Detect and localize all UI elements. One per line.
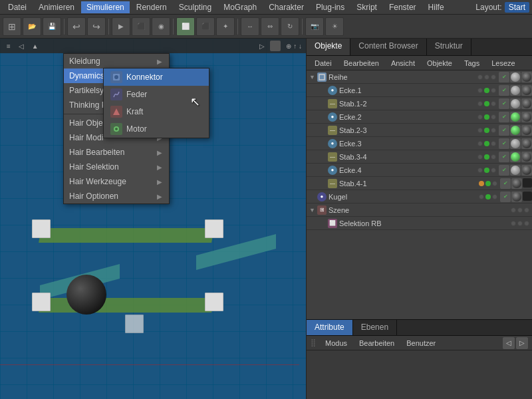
dot2[interactable]: [484, 101, 489, 106]
check-icon[interactable]: ✔: [499, 152, 509, 162]
toolbar-edge-mode[interactable]: ✦: [216, 17, 235, 36]
bmenu-benutzer[interactable]: Benutzer: [401, 338, 441, 348]
dot3[interactable]: [492, 181, 497, 186]
toolbar-open[interactable]: 📂: [23, 17, 41, 36]
toolbar-render-active[interactable]: ◉: [152, 17, 170, 36]
list-item-stab23[interactable]: — Stab.2-3 ✔: [307, 124, 532, 137]
check-icon[interactable]: ✔: [499, 165, 509, 176]
menu-item-hair-werkzeuge[interactable]: Hair Werkzeuge ▶: [64, 174, 169, 189]
toolbar-undo[interactable]: ↩: [67, 17, 86, 36]
sub-item-feder[interactable]: Feder: [104, 86, 209, 103]
sub-item-kraft[interactable]: Kraft: [104, 103, 209, 120]
dot2[interactable]: [484, 128, 489, 133]
menu-sculpting[interactable]: Sculpting: [174, 1, 217, 13]
menu-rendern[interactable]: Rendern: [131, 1, 172, 13]
list-item-kugel[interactable]: ● Kugel ✔: [307, 190, 532, 203]
dot3[interactable]: [491, 128, 496, 133]
check-icon[interactable]: ✔: [499, 72, 509, 82]
list-item-selektion[interactable]: ⬜ Selektion RB: [307, 217, 532, 230]
dot1[interactable]: [511, 207, 516, 213]
list-item-ecke2[interactable]: ● Ecke.2 ✔: [307, 110, 532, 124]
dot2[interactable]: [484, 114, 489, 120]
check-icon[interactable]: ✔: [500, 178, 511, 189]
menu-animieren[interactable]: Animieren: [33, 1, 80, 13]
dot3[interactable]: [491, 154, 496, 160]
check-icon[interactable]: ✔: [499, 98, 509, 109]
menu-mograph[interactable]: MoGraph: [218, 1, 262, 13]
toolbar-object-mode[interactable]: ⬜: [176, 17, 195, 36]
pmenu-datei[interactable]: Datei: [309, 58, 337, 68]
dot3[interactable]: [491, 141, 496, 146]
check-icon[interactable]: ✔: [499, 112, 509, 122]
dot1[interactable]: [477, 168, 483, 173]
menu-item-hair-selektion[interactable]: Hair Selektion ▶: [64, 160, 169, 174]
list-item-stab34[interactable]: — Stab.3-4 ✔: [307, 150, 532, 164]
dot2[interactable]: [484, 154, 489, 160]
bmenu-bearbeiten[interactable]: Bearbeiten: [354, 338, 400, 348]
dot1[interactable]: [477, 74, 483, 80]
vp-menu-btn[interactable]: ≡: [4, 43, 13, 50]
dot1[interactable]: [477, 141, 483, 146]
bmenu-modus[interactable]: Modus: [320, 338, 352, 348]
dot3[interactable]: [524, 207, 529, 213]
dot2[interactable]: [484, 88, 489, 93]
list-item-reihe[interactable]: ▼ Reihe ✔: [307, 70, 532, 84]
tab-ebenen[interactable]: Ebenen: [353, 320, 397, 335]
menu-fenster[interactable]: Fenster: [384, 1, 422, 13]
pmenu-tags[interactable]: Tags: [459, 58, 485, 68]
toolbar-redo[interactable]: ↪: [87, 17, 106, 36]
dot1[interactable]: [479, 194, 484, 200]
dot1[interactable]: [477, 128, 483, 133]
toolbar-render-region[interactable]: ⬛: [132, 17, 150, 36]
dot1[interactable]: [479, 181, 484, 186]
vp-option-btn[interactable]: ▷: [257, 43, 267, 50]
menu-item-kleidung[interactable]: Kleidung ▶: [64, 54, 169, 68]
tab-content-browser[interactable]: Content Browser: [350, 39, 426, 55]
expand-icon[interactable]: ▼: [309, 207, 317, 213]
dot2[interactable]: [484, 74, 489, 80]
toolbar-camera[interactable]: 📷: [305, 17, 324, 36]
pmenu-ansicht[interactable]: Ansicht: [386, 58, 420, 68]
bottom-arrow-left[interactable]: ◁: [503, 337, 515, 349]
toolbar-rotate[interactable]: ↻: [281, 17, 299, 36]
vp-cam-btn[interactable]: ◁: [16, 43, 27, 50]
dot2[interactable]: [484, 141, 489, 146]
tab-attribute[interactable]: Attribute: [307, 320, 353, 335]
toolbar-save[interactable]: 💾: [43, 17, 61, 36]
layout-value[interactable]: Start: [505, 2, 529, 13]
toolbar-render[interactable]: ▶: [112, 17, 130, 36]
check-icon[interactable]: ✔: [500, 192, 511, 202]
dot3[interactable]: [524, 221, 529, 226]
toolbar-new[interactable]: ⊞: [3, 17, 21, 36]
vp-display-btn[interactable]: ▲: [29, 43, 41, 50]
dot2[interactable]: [485, 181, 491, 186]
dot3[interactable]: [491, 74, 496, 80]
dot3[interactable]: [492, 194, 497, 200]
dot2[interactable]: [517, 221, 523, 226]
menu-item-hair-optionen[interactable]: Hair Optionen ▶: [64, 189, 169, 203]
dot3[interactable]: [491, 168, 496, 173]
check-icon[interactable]: ✔: [499, 85, 509, 96]
dot2[interactable]: [485, 194, 491, 200]
list-item-ecke4[interactable]: ● Ecke.4 ✔: [307, 164, 532, 177]
sub-item-konnektor[interactable]: Konnektor: [104, 68, 209, 86]
viewport[interactable]: ≡ ◁ ▲ ▷ ⊕ ↑ ↓ Kleidung ▶: [0, 39, 306, 399]
menu-simulieren[interactable]: Simulieren: [81, 1, 130, 13]
dot2[interactable]: [484, 168, 489, 173]
dot1[interactable]: [477, 88, 483, 93]
check-icon[interactable]: ✔: [499, 138, 509, 149]
pmenu-leseze[interactable]: Leseze: [486, 58, 520, 68]
menu-hilfe[interactable]: Hilfe: [423, 1, 450, 13]
dot1[interactable]: [477, 101, 483, 106]
dot2[interactable]: [517, 207, 523, 213]
menu-charakter[interactable]: Charakter: [263, 1, 309, 13]
toolbar-poly-mode[interactable]: ⬛: [196, 17, 215, 36]
dot3[interactable]: [491, 101, 496, 106]
menu-plugins[interactable]: Plug-ins: [311, 1, 350, 13]
sub-item-motor[interactable]: Motor: [104, 120, 209, 138]
list-item-ecke1[interactable]: ● Ecke.1 ✔: [307, 84, 532, 97]
menu-datei[interactable]: Datei: [3, 1, 32, 13]
menu-item-hair-bearbeiten[interactable]: Hair Bearbeiten ▶: [64, 145, 169, 160]
list-item-ecke3[interactable]: ● Ecke.3 ✔: [307, 137, 532, 150]
menu-skript[interactable]: Skript: [351, 1, 382, 13]
